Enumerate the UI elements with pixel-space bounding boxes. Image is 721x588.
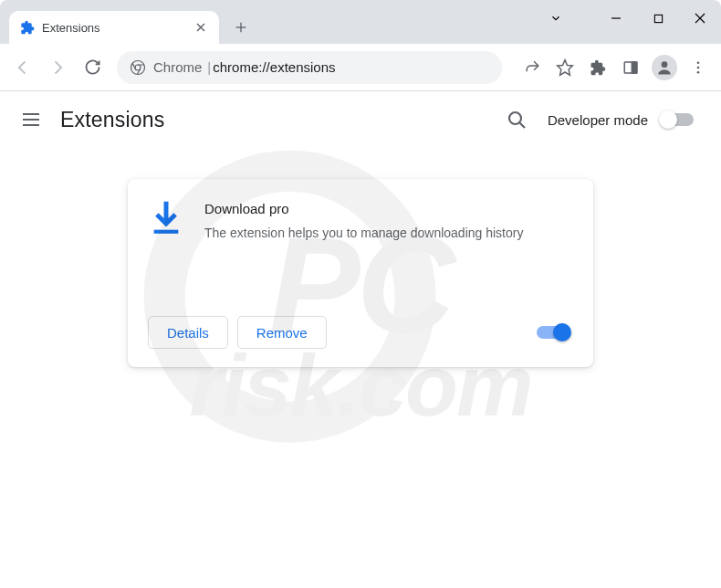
kebab-menu-icon[interactable] — [683, 52, 714, 83]
profile-avatar[interactable] — [652, 55, 677, 80]
svg-point-17 — [662, 61, 668, 68]
details-button[interactable]: Details — [148, 316, 228, 349]
developer-mode-label: Developer mode — [548, 112, 648, 128]
page-header: Extensions Developer mode — [0, 91, 721, 148]
omnibox-prefix: Chrome — [153, 59, 202, 75]
svg-point-20 — [697, 70, 700, 73]
maximize-button[interactable] — [637, 0, 679, 37]
toggle-knob — [659, 110, 677, 129]
tab-extensions[interactable]: Extensions — [9, 11, 219, 44]
svg-point-18 — [697, 61, 700, 64]
minimize-button[interactable] — [595, 0, 637, 37]
extension-enable-toggle[interactable] — [537, 326, 569, 339]
titlebar: Extensions — [0, 0, 721, 44]
reload-button[interactable] — [77, 52, 108, 83]
omnibox-url: chrome://extensions — [213, 59, 335, 75]
tab-title: Extensions — [42, 21, 193, 35]
hamburger-icon[interactable] — [20, 109, 42, 131]
window-controls — [535, 0, 721, 37]
close-icon[interactable] — [193, 20, 208, 35]
star-icon[interactable] — [549, 52, 580, 83]
svg-rect-16 — [632, 62, 637, 73]
chrome-icon — [130, 59, 146, 76]
svg-rect-26 — [154, 230, 179, 234]
search-icon[interactable] — [506, 109, 528, 131]
puzzle-icon — [20, 20, 35, 35]
address-bar[interactable]: Chrome | chrome://extensions — [117, 51, 502, 84]
extension-name: Download pro — [204, 201, 573, 216]
tab-overflow-button[interactable] — [535, 12, 577, 25]
share-icon[interactable] — [517, 52, 548, 83]
browser-window: Extensions — [0, 0, 721, 588]
svg-marker-13 — [558, 59, 573, 75]
content-area: Download pro The extension helps you to … — [0, 148, 721, 367]
new-tab-button[interactable] — [228, 15, 254, 40]
svg-point-24 — [509, 112, 521, 124]
extension-card: Download pro The extension helps you to … — [128, 179, 593, 367]
close-window-button[interactable] — [679, 0, 721, 37]
svg-point-19 — [697, 66, 700, 68]
download-icon — [148, 201, 184, 237]
extension-description: The extension helps you to manage downlo… — [204, 224, 573, 242]
svg-line-25 — [519, 122, 525, 128]
extensions-icon[interactable] — [582, 52, 613, 83]
toggle-knob — [553, 323, 571, 341]
toolbar-actions — [517, 52, 714, 83]
page-title: Extensions — [60, 108, 165, 132]
toolbar: Chrome | chrome://extensions — [0, 44, 721, 91]
forward-button[interactable] — [42, 52, 73, 83]
svg-rect-5 — [654, 15, 662, 22]
remove-button[interactable]: Remove — [237, 316, 327, 349]
sidepanel-icon[interactable] — [615, 52, 646, 83]
omnibox-divider: | — [207, 59, 211, 75]
developer-mode-toggle[interactable] — [661, 113, 694, 126]
back-button[interactable] — [7, 52, 38, 83]
